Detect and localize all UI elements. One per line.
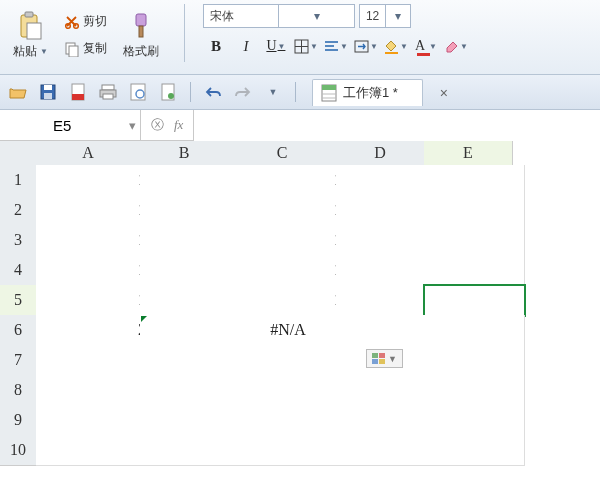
cell-C9[interactable] bbox=[228, 405, 349, 436]
col-header-B[interactable]: B bbox=[140, 141, 229, 166]
cell-A10[interactable] bbox=[36, 435, 153, 466]
qat-dropdown[interactable]: ▼ bbox=[261, 80, 285, 104]
cell-A1[interactable]: 1 bbox=[36, 165, 153, 196]
cell-B7[interactable] bbox=[140, 345, 241, 376]
cell-C3[interactable]: 1 bbox=[228, 225, 349, 256]
cell-D3[interactable] bbox=[336, 225, 437, 256]
paste-button[interactable]: 粘贴▼ bbox=[6, 8, 55, 63]
cell-B5[interactable] bbox=[140, 285, 241, 316]
cell-B6[interactable] bbox=[140, 315, 241, 346]
cell-A8[interactable] bbox=[36, 375, 153, 406]
cell-C6[interactable]: #N/A bbox=[228, 315, 349, 346]
print-button[interactable] bbox=[96, 80, 120, 104]
export-pdf-button[interactable] bbox=[66, 80, 90, 104]
select-all-corner[interactable] bbox=[0, 141, 37, 166]
eraser-button[interactable]: ▼ bbox=[443, 34, 469, 58]
cell-C2[interactable]: 1 bbox=[228, 195, 349, 226]
cell-A6[interactable]: 2 bbox=[36, 315, 153, 346]
svg-rect-24 bbox=[103, 94, 113, 99]
cell-D6[interactable] bbox=[336, 315, 437, 346]
svg-rect-7 bbox=[136, 14, 146, 26]
cut-button[interactable]: 剪切 bbox=[59, 10, 112, 33]
cell-B2[interactable] bbox=[140, 195, 241, 226]
font-color-button[interactable]: A▼ bbox=[413, 34, 439, 58]
cell-D9[interactable] bbox=[336, 405, 437, 436]
merge-button[interactable]: ▼ bbox=[353, 34, 379, 58]
cell-E5[interactable] bbox=[424, 285, 525, 316]
row-header-3[interactable]: 3 bbox=[0, 225, 37, 256]
cell-D4[interactable] bbox=[336, 255, 437, 286]
cell-D2[interactable] bbox=[336, 195, 437, 226]
fill-color-button[interactable]: ▼ bbox=[383, 34, 409, 58]
fx-icon[interactable]: fx bbox=[174, 117, 183, 133]
cell-C10[interactable] bbox=[228, 435, 349, 466]
cell-D10[interactable] bbox=[336, 435, 437, 466]
print-preview-button[interactable] bbox=[126, 80, 150, 104]
bold-button[interactable]: B bbox=[203, 34, 229, 58]
row-header-10[interactable]: 10 bbox=[0, 435, 37, 466]
col-header-C[interactable]: C bbox=[228, 141, 337, 166]
row-header-9[interactable]: 9 bbox=[0, 405, 37, 436]
open-button[interactable] bbox=[6, 80, 30, 104]
cell-A9[interactable] bbox=[36, 405, 153, 436]
cell-D8[interactable] bbox=[336, 375, 437, 406]
cell-D5[interactable] bbox=[336, 285, 437, 316]
cell-C7[interactable] bbox=[228, 345, 349, 376]
cell-D1[interactable] bbox=[336, 165, 437, 196]
undo-button[interactable] bbox=[201, 80, 225, 104]
row-header-8[interactable]: 8 bbox=[0, 375, 37, 406]
cell-E3[interactable] bbox=[424, 225, 525, 256]
col-header-D[interactable]: D bbox=[336, 141, 425, 166]
cancel-icon[interactable]: ⓧ bbox=[151, 116, 164, 134]
redo-button[interactable] bbox=[231, 80, 255, 104]
cell-E2[interactable] bbox=[424, 195, 525, 226]
cell-B10[interactable] bbox=[140, 435, 241, 466]
cell-E9[interactable] bbox=[424, 405, 525, 436]
cell-B8[interactable] bbox=[140, 375, 241, 406]
cell-A7[interactable] bbox=[36, 345, 153, 376]
cell-A5[interactable]: 1 bbox=[36, 285, 153, 316]
row-header-6[interactable]: 6 bbox=[0, 315, 37, 346]
align-button[interactable]: ▼ bbox=[323, 34, 349, 58]
cell-E10[interactable] bbox=[424, 435, 525, 466]
underline-button[interactable]: U▼ bbox=[263, 34, 289, 58]
cell-B4[interactable] bbox=[140, 255, 241, 286]
cell-A2[interactable]: 1 bbox=[36, 195, 153, 226]
cell-C1[interactable]: 1 bbox=[228, 165, 349, 196]
cell-E6[interactable] bbox=[424, 315, 525, 346]
cell-C5[interactable]: 1 bbox=[228, 285, 349, 316]
row-header-4[interactable]: 4 bbox=[0, 255, 37, 286]
cell-C8[interactable] bbox=[228, 375, 349, 406]
save-button[interactable] bbox=[36, 80, 60, 104]
name-box-input[interactable] bbox=[0, 116, 125, 135]
cell-B1[interactable] bbox=[140, 165, 241, 196]
row-header-1[interactable]: 1 bbox=[0, 165, 37, 196]
cell-E7[interactable] bbox=[424, 345, 525, 376]
cell-E4[interactable] bbox=[424, 255, 525, 286]
col-header-A[interactable]: A bbox=[36, 141, 141, 166]
row-header-2[interactable]: 2 bbox=[0, 195, 37, 226]
italic-button[interactable]: I bbox=[233, 34, 259, 58]
cell-E1[interactable] bbox=[424, 165, 525, 196]
cell-A3[interactable]: 1 bbox=[36, 225, 153, 256]
format-painter-button[interactable]: 格式刷 bbox=[116, 8, 166, 63]
row-header-5[interactable]: 5 bbox=[0, 285, 37, 316]
document-tab[interactable]: 工作簿1 * × bbox=[312, 79, 423, 106]
print-direct-button[interactable] bbox=[156, 80, 180, 104]
cell-A4[interactable]: 1 bbox=[36, 255, 153, 286]
cell-C4[interactable]: 1 bbox=[228, 255, 349, 286]
font-size-select[interactable]: 12 ▾ bbox=[359, 4, 411, 28]
name-box[interactable]: ▾ bbox=[0, 110, 141, 140]
col-header-E[interactable]: E bbox=[424, 141, 513, 166]
cell-B3[interactable] bbox=[140, 225, 241, 256]
autofill-options-button[interactable]: ▼ bbox=[366, 349, 403, 368]
cell-B9[interactable] bbox=[140, 405, 241, 436]
row-header-7[interactable]: 7 bbox=[0, 345, 37, 376]
formula-input[interactable] bbox=[194, 110, 600, 142]
font-name-select[interactable]: 宋体 ▾ bbox=[203, 4, 355, 28]
borders-button[interactable]: ▼ bbox=[293, 34, 319, 58]
close-icon[interactable]: × bbox=[440, 85, 448, 101]
cell-E8[interactable] bbox=[424, 375, 525, 406]
spreadsheet-grid[interactable]: ABCDE1234567891011111111112#N/A▼ bbox=[0, 141, 600, 500]
copy-button[interactable]: 复制 bbox=[59, 37, 112, 60]
